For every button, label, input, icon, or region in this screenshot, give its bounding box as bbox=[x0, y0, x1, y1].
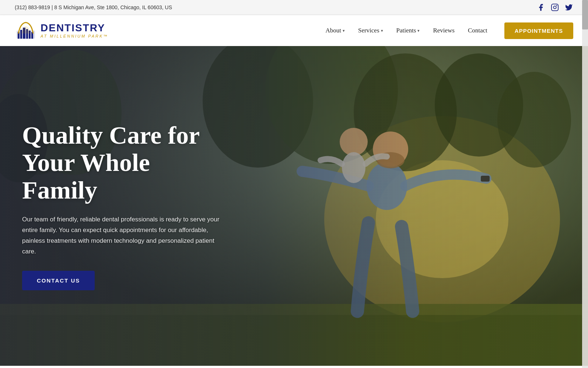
top-bar: (312) 883-9819 | 8 S Michigan Ave, Ste 1… bbox=[0, 0, 588, 15]
logo-title: DENTISTRY bbox=[41, 23, 108, 33]
hero-heading: Quality Care for Your Whole Family bbox=[22, 122, 228, 204]
appointments-button[interactable]: APPOINTMENTS bbox=[504, 22, 573, 39]
hero-content: Quality Care for Your Whole Family Our t… bbox=[0, 122, 251, 291]
instagram-icon[interactable] bbox=[550, 3, 559, 12]
contact-us-button[interactable]: CONTACT US bbox=[22, 271, 95, 290]
social-links bbox=[536, 3, 573, 12]
svg-point-1 bbox=[553, 6, 556, 8]
about-chevron-icon: ▾ bbox=[343, 28, 345, 33]
nav-contact[interactable]: Contact bbox=[463, 24, 493, 37]
nav-services[interactable]: Services ▾ bbox=[353, 24, 388, 37]
logo-subtitle: AT MILLENNIUM PARK™ bbox=[41, 34, 108, 38]
logo-area[interactable]: DENTISTRY AT MILLENNIUM PARK™ bbox=[15, 20, 108, 42]
facebook-icon[interactable] bbox=[536, 3, 545, 12]
contact-info: (312) 883-9819 | 8 S Michigan Ave, Ste 1… bbox=[15, 4, 172, 10]
nav-reviews[interactable]: Reviews bbox=[428, 24, 460, 37]
hero-subtext: Our team of friendly, reliable dental pr… bbox=[22, 214, 228, 257]
twitter-icon[interactable] bbox=[564, 3, 573, 12]
nav-about[interactable]: About ▾ bbox=[320, 24, 350, 37]
patients-chevron-icon: ▾ bbox=[417, 28, 420, 33]
nav-patients[interactable]: Patients ▾ bbox=[391, 24, 425, 37]
scrollbar-thumb[interactable] bbox=[582, 0, 588, 29]
svg-point-2 bbox=[556, 5, 557, 6]
site-header: DENTISTRY AT MILLENNIUM PARK™ About ▾ Se… bbox=[0, 15, 588, 46]
logo-text: DENTISTRY AT MILLENNIUM PARK™ bbox=[41, 23, 108, 38]
svg-rect-0 bbox=[552, 4, 558, 11]
main-nav: About ▾ Services ▾ Patients ▾ Reviews Co… bbox=[320, 22, 573, 39]
hero-section: Quality Care for Your Whole Family Our t… bbox=[0, 46, 588, 366]
services-chevron-icon: ▾ bbox=[381, 28, 383, 33]
logo-icon bbox=[15, 20, 37, 42]
